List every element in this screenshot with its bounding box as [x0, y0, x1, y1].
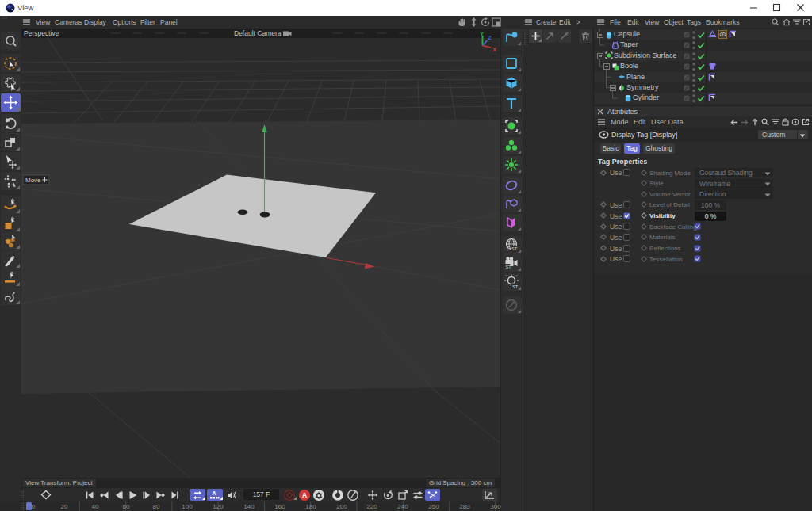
- svg-text:i: i: [614, 44, 615, 48]
- svg-text:ST: ST: [506, 265, 512, 269]
- svg-text:Move: Move: [25, 177, 41, 184]
- svg-text:A: A: [213, 490, 216, 496]
- svg-text:ST: ST: [511, 246, 518, 251]
- svg-text:Y: Y: [480, 30, 485, 37]
- svg-text:Z: Z: [488, 34, 492, 41]
- svg-text:A: A: [302, 491, 307, 499]
- svg-text:X: X: [492, 46, 497, 53]
